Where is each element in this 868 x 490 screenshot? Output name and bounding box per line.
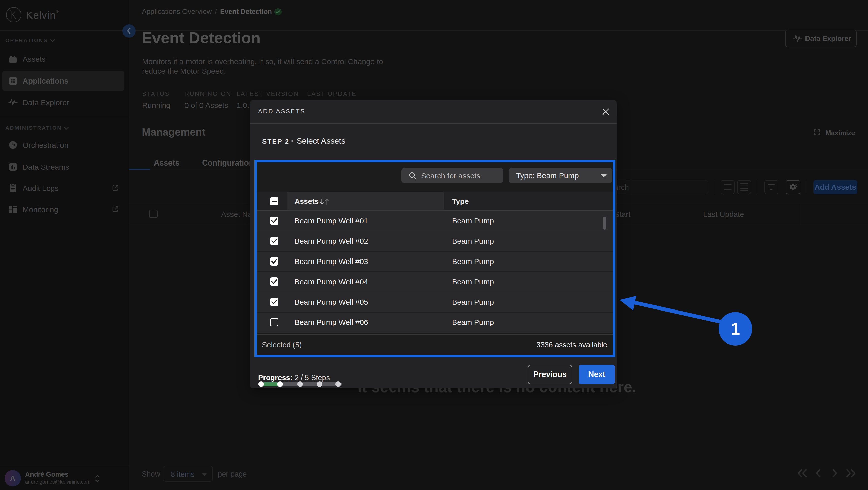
svg-text:1: 1 — [731, 319, 740, 338]
